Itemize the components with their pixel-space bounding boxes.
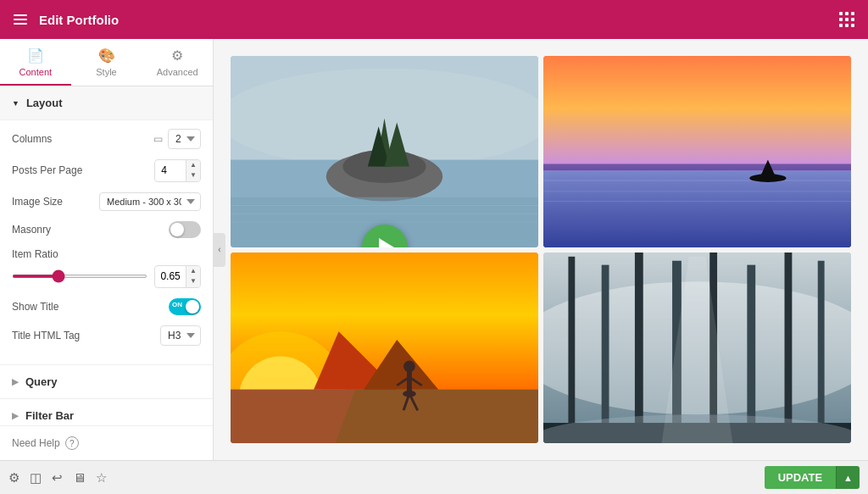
query-section-header[interactable]: ▶ Query: [0, 365, 213, 398]
image-size-row: Image Size Medium - 300 x 300 Thumbnail …: [12, 192, 201, 211]
forest-image: [543, 253, 851, 444]
item-ratio-spinner: ▲ ▼: [186, 266, 200, 287]
help-icon[interactable]: ?: [65, 436, 79, 450]
layout-section-header[interactable]: ▼ Layout: [0, 86, 213, 120]
sidebar: 📄 Content 🎨 Style ⚙ Advanced ▼ Layout: [0, 39, 214, 460]
topbar-left: Edit Portfolio: [14, 13, 119, 27]
sidebar-content: ▼ Layout Columns ▭ 2 1 3 4: [0, 86, 213, 425]
settings-icon[interactable]: ⚙: [8, 470, 19, 486]
advanced-tab-label: Advanced: [157, 67, 198, 77]
posts-per-page-spinner: ▲ ▼: [186, 160, 200, 181]
masonry-label: Masonry: [12, 224, 169, 236]
title-html-tag-label: Title HTML Tag: [12, 330, 160, 341]
grid-icon[interactable]: [839, 12, 854, 27]
show-title-label: Show Title: [12, 301, 169, 313]
content-tab-label: Content: [19, 67, 53, 77]
style-tab-icon: 🎨: [98, 47, 115, 64]
sidebar-footer: Need Help ?: [0, 425, 213, 460]
tab-content[interactable]: 📄 Content: [0, 39, 71, 86]
svg-rect-38: [635, 253, 643, 444]
masonry-toggle[interactable]: [169, 221, 201, 238]
update-group: UPDATE ▲: [765, 466, 860, 489]
item-ratio-value-input: ▲ ▼: [154, 265, 201, 288]
item-ratio-label: Item Ratio: [12, 248, 58, 260]
canvas-area: ‹: [214, 39, 868, 460]
layout-collapse-icon: ▼: [12, 99, 19, 108]
main-layout: 📄 Content 🎨 Style ⚙ Advanced ▼ Layout: [0, 39, 868, 460]
update-button[interactable]: UPDATE: [765, 466, 836, 489]
columns-row: Columns ▭ 2 1 3 4: [12, 129, 201, 149]
star-icon[interactable]: ☆: [96, 470, 107, 486]
posts-per-page-label: Posts Per Page: [12, 164, 154, 176]
item-ratio-down[interactable]: ▼: [186, 276, 200, 286]
update-dropdown-button[interactable]: ▲: [836, 466, 860, 489]
svg-rect-42: [785, 253, 793, 444]
svg-rect-37: [602, 264, 609, 443]
columns-control: ▭ 2 1 3 4: [153, 129, 201, 149]
svg-rect-14: [543, 170, 851, 247]
topbar-title: Edit Portfolio: [39, 13, 119, 27]
sidebar-collapse-handle[interactable]: ‹: [214, 233, 225, 267]
portfolio-item-3: [543, 253, 851, 444]
posts-per-page-field[interactable]: [155, 161, 186, 180]
tab-bar: 📄 Content 🎨 Style ⚙ Advanced: [0, 39, 213, 86]
portfolio-item-2: [231, 253, 538, 444]
query-section-title: Query: [25, 375, 58, 388]
svg-rect-13: [543, 164, 851, 170]
image-size-label: Image Size: [12, 196, 99, 208]
layers-icon[interactable]: ◫: [30, 470, 42, 486]
title-html-tag-row: Title HTML Tag H3 H1 H2 H4 H5 H6: [12, 325, 201, 346]
title-html-tag-select[interactable]: H3 H1 H2 H4 H5 H6: [160, 325, 201, 346]
content-tab-icon: 📄: [27, 47, 44, 64]
bottom-toolbar: ⚙ ◫ ↩ 🖥 ☆ UPDATE ▲: [0, 460, 868, 494]
topbar: Edit Portfolio: [0, 0, 868, 39]
filter-bar-section: ▶ Filter Bar: [0, 398, 213, 425]
columns-label: Columns: [12, 133, 153, 145]
advanced-tab-icon: ⚙: [171, 47, 183, 64]
filter-bar-section-title: Filter Bar: [25, 409, 74, 422]
undo-icon[interactable]: ↩: [52, 470, 63, 486]
need-help-text: Need Help: [12, 437, 60, 449]
layout-section-title: Layout: [26, 97, 63, 109]
posts-per-page-row: Posts Per Page ▲ ▼: [12, 159, 201, 182]
query-expand-icon: ▶: [12, 377, 19, 386]
item-ratio-field[interactable]: [155, 268, 186, 285]
show-title-row: Show Title ON: [12, 298, 201, 315]
columns-select[interactable]: 2 1 3 4: [168, 129, 201, 149]
toggle-on-label: ON: [172, 301, 182, 308]
query-section: ▶ Query: [0, 364, 213, 398]
filter-bar-expand-icon: ▶: [12, 411, 19, 420]
menu-icon[interactable]: [14, 14, 27, 25]
item-ratio-control: ▲ ▼: [12, 265, 201, 288]
desert-image: [231, 253, 538, 444]
svg-point-29: [403, 360, 415, 372]
show-title-toggle[interactable]: ON: [169, 298, 201, 315]
monitor-icon[interactable]: 🖥: [73, 470, 86, 485]
portfolio-item-1: [543, 56, 851, 247]
columns-icon: ▭: [153, 133, 163, 145]
style-tab-label: Style: [96, 67, 116, 77]
portfolio-item-0: [231, 56, 538, 247]
image-size-select[interactable]: Medium - 300 x 300 Thumbnail Large Full: [99, 192, 201, 211]
svg-rect-36: [568, 256, 575, 443]
lake-image: [231, 56, 538, 247]
sunset-image: [543, 56, 851, 247]
item-ratio-row: Item Ratio ▲ ▼: [12, 248, 201, 288]
play-icon: [379, 238, 394, 247]
masonry-row: Masonry: [12, 221, 201, 238]
tab-style[interactable]: 🎨 Style: [71, 39, 142, 86]
bottom-icons: ⚙ ◫ ↩ 🖥 ☆: [8, 470, 107, 486]
posts-per-page-up[interactable]: ▲: [186, 160, 200, 170]
layout-section-body: Columns ▭ 2 1 3 4 Posts Per Page: [0, 120, 213, 364]
posts-per-page-input: ▲ ▼: [154, 159, 201, 182]
svg-rect-43: [818, 260, 825, 443]
filter-bar-section-header[interactable]: ▶ Filter Bar: [0, 399, 213, 425]
svg-rect-28: [407, 369, 412, 393]
posts-per-page-down[interactable]: ▼: [186, 170, 200, 180]
tab-advanced[interactable]: ⚙ Advanced: [142, 39, 213, 86]
item-ratio-slider[interactable]: [12, 275, 147, 278]
svg-marker-24: [231, 389, 355, 443]
portfolio-grid: [231, 56, 851, 443]
item-ratio-up[interactable]: ▲: [186, 266, 200, 276]
